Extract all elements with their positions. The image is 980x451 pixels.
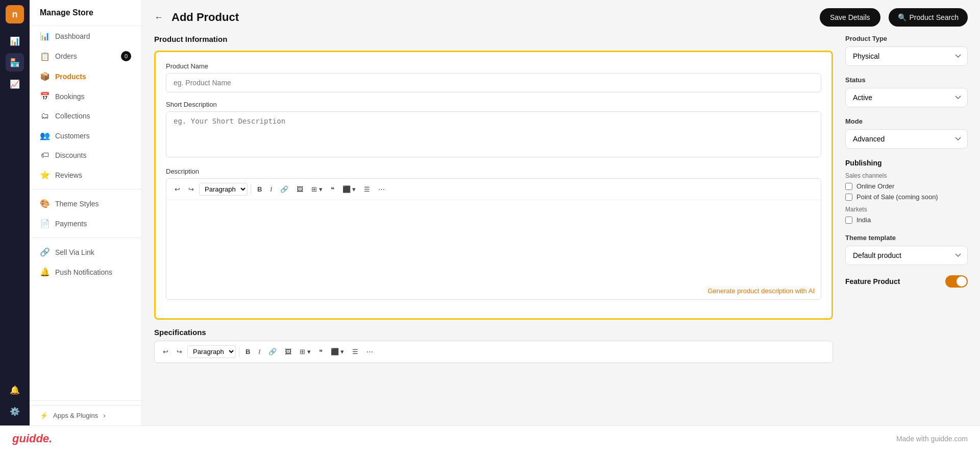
more-button[interactable]: ⋯ <box>375 183 388 195</box>
india-label: India <box>856 216 871 224</box>
sidebar-item-theme-styles[interactable]: 🎨 Theme Styles <box>30 194 141 213</box>
quote-button[interactable]: ❝ <box>328 183 337 195</box>
payments-icon: 📄 <box>40 219 50 228</box>
publishing-section: Publishing Sales channels Online Order P… <box>845 159 968 224</box>
pos-item: Point of Sale (coming soon) <box>845 193 968 201</box>
short-desc-input[interactable] <box>166 111 821 157</box>
india-checkbox[interactable] <box>845 217 852 224</box>
app-logo[interactable]: n <box>6 5 24 23</box>
specs-title: Specifications <box>154 328 833 337</box>
orders-badge: 0 <box>121 51 131 61</box>
bold-button[interactable]: B <box>254 183 265 195</box>
undo-button[interactable]: ↩ <box>172 183 183 195</box>
status-label: Status <box>845 76 968 84</box>
sidebar-item-reviews[interactable]: ⭐ Reviews <box>30 165 141 185</box>
product-name-group: Product Name <box>166 62 821 92</box>
online-order-item: Online Order <box>845 182 968 190</box>
sales-channels-title: Sales channels <box>845 172 968 179</box>
mode-select[interactable]: Advanced Basic <box>845 129 968 149</box>
desc-toolbar: ↩ ↪ Paragraph Heading 1 Heading 2 Headin… <box>166 179 821 200</box>
theme-icon: 🎨 <box>40 199 50 208</box>
table-button[interactable]: ⊞ ▾ <box>308 183 326 195</box>
product-type-label: Product Type <box>845 35 968 42</box>
specs-list-button[interactable]: ☰ <box>349 346 361 358</box>
page-title: Add Product <box>172 11 812 24</box>
specs-paragraph-select[interactable]: Paragraph <box>187 345 236 358</box>
specs-italic-button[interactable]: I <box>255 346 263 358</box>
sidebar-item-collections[interactable]: 🗂 Collections <box>30 106 141 126</box>
product-search-button[interactable]: 🔍 Product Search <box>889 8 968 27</box>
italic-button[interactable]: I <box>267 183 275 195</box>
specs-more-button[interactable]: ⋯ <box>363 346 376 358</box>
specs-quote-button[interactable]: ❝ <box>316 346 326 358</box>
icon-bar-chart[interactable]: 📊 <box>6 32 24 50</box>
apps-label: Apps & Plugins <box>53 412 98 419</box>
link-button[interactable]: 🔗 <box>277 183 291 195</box>
redo-button[interactable]: ↪ <box>185 183 197 195</box>
embed-button[interactable]: ⬛ ▾ <box>339 183 359 195</box>
sidebar-item-label: Reviews <box>55 171 82 179</box>
save-details-button[interactable]: Save Details <box>820 8 880 27</box>
chevron-right-icon: › <box>103 412 105 419</box>
orders-icon: 📋 <box>40 52 50 61</box>
desc-label: Description <box>166 168 821 175</box>
product-type-select[interactable]: Physical Digital Service <box>845 46 968 66</box>
sidebar-item-payments[interactable]: 📄 Payments <box>30 213 141 233</box>
sidebar-item-sell-via-link[interactable]: 🔗 Sell Via Link <box>30 242 141 262</box>
desc-body[interactable] <box>166 200 821 282</box>
list-button[interactable]: ☰ <box>361 183 373 195</box>
specs-redo-button[interactable]: ↪ <box>174 346 185 358</box>
link-icon: 🔗 <box>40 247 50 257</box>
sidebar-item-label: Push Notifications <box>55 268 112 276</box>
collections-icon: 🗂 <box>40 111 50 121</box>
specs-toolbar: ↩ ↪ Paragraph B I 🔗 🖼 ⊞ ▾ <box>155 341 832 363</box>
specs-embed-button[interactable]: ⬛ ▾ <box>328 346 348 358</box>
icon-bar-analytics[interactable]: 📈 <box>6 75 24 93</box>
sidebar-item-dashboard[interactable]: 📊 Dashboard <box>30 26 141 46</box>
sidebar-item-discounts[interactable]: 🏷 Discounts <box>30 146 141 165</box>
specs-undo-button[interactable]: ↩ <box>160 346 172 358</box>
online-order-checkbox[interactable] <box>845 183 852 190</box>
sidebar-item-label: Orders <box>55 52 77 60</box>
short-desc-label: Short Description <box>166 101 821 108</box>
specs-image-button[interactable]: 🖼 <box>282 346 295 358</box>
ai-generate-link[interactable]: Generate product description with AI <box>707 287 815 295</box>
pos-checkbox[interactable] <box>845 194 852 201</box>
sidebar-apps-plugins[interactable]: ⚡ Apps & Plugins › <box>30 405 141 425</box>
icon-bar-store[interactable]: 🏪 <box>6 53 24 72</box>
products-icon: 📦 <box>40 72 50 81</box>
toggle-knob <box>957 276 967 287</box>
specs-link-button[interactable]: 🔗 <box>265 346 280 358</box>
toolbar-divider <box>251 184 251 195</box>
specs-bold-button[interactable]: B <box>242 346 253 358</box>
icon-bar: n 📊 🏪 📈 🔔 ⚙️ <box>0 0 30 425</box>
bookings-icon: 📅 <box>40 91 50 101</box>
sidebar-item-label: Products <box>55 73 86 81</box>
paragraph-select[interactable]: Paragraph Heading 1 Heading 2 Heading 3 <box>199 183 248 196</box>
status-select[interactable]: Active Draft Archived <box>845 88 968 107</box>
product-search-label: Product Search <box>910 13 959 21</box>
back-button[interactable]: ← <box>154 12 163 23</box>
desc-group: Description ↩ ↪ Paragraph Heading 1 Head… <box>166 168 821 300</box>
sidebar-item-push-notifications[interactable]: 🔔 Push Notifications <box>30 262 141 282</box>
reviews-icon: ⭐ <box>40 170 50 180</box>
feature-product-toggle[interactable] <box>945 275 968 288</box>
product-name-label: Product Name <box>166 62 821 70</box>
specs-table-button[interactable]: ⊞ ▾ <box>297 346 314 358</box>
specs-editor: ↩ ↪ Paragraph B I 🔗 🖼 ⊞ ▾ <box>154 341 833 363</box>
sidebar-item-bookings[interactable]: 📅 Bookings <box>30 86 141 106</box>
discounts-icon: 🏷 <box>40 151 50 160</box>
product-name-input[interactable] <box>166 73 821 92</box>
icon-bar-bell[interactable]: 🔔 <box>6 381 24 399</box>
icon-bar-settings[interactable]: ⚙️ <box>6 402 24 420</box>
theme-template-select[interactable]: Default product <box>845 246 968 265</box>
sidebar-item-products[interactable]: 📦 Products <box>30 66 141 86</box>
sidebar-item-label: Dashboard <box>55 32 90 40</box>
image-button[interactable]: 🖼 <box>293 183 306 195</box>
sidebar-item-customers[interactable]: 👥 Customers <box>30 126 141 146</box>
specs-divider <box>239 347 239 357</box>
main-content: ← Add Product Save Details 🔍 Product Sea… <box>142 0 980 425</box>
content-layout: Product Information Product Name Short D… <box>142 35 980 375</box>
sidebar-item-orders[interactable]: 📋 Orders 0 <box>30 46 141 66</box>
india-item: India <box>845 216 968 224</box>
